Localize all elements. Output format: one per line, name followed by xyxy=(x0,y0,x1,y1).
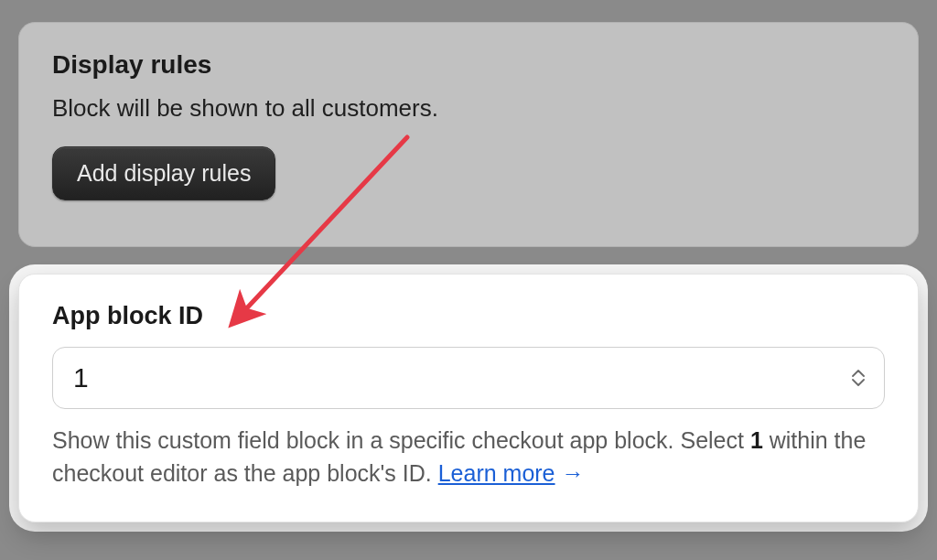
app-block-id-select-wrap: 1 xyxy=(52,347,885,409)
app-block-id-selected-value: 1 xyxy=(73,362,89,393)
app-block-help-text: Show this custom field block in a specif… xyxy=(52,424,885,490)
app-block-id-title: App block ID xyxy=(52,302,885,330)
help-text-bold: 1 xyxy=(750,427,763,453)
add-display-rules-button[interactable]: Add display rules xyxy=(52,146,275,200)
right-arrow-icon: → xyxy=(555,460,585,486)
learn-more-link[interactable]: Learn more xyxy=(438,460,555,486)
display-rules-description: Block will be shown to all customers. xyxy=(52,94,885,123)
app-block-id-select[interactable]: 1 xyxy=(52,347,885,409)
help-text-part1: Show this custom field block in a specif… xyxy=(52,427,750,453)
display-rules-title: Display rules xyxy=(52,50,885,80)
app-block-id-card: App block ID 1 Show this custom field bl… xyxy=(18,274,919,522)
display-rules-card: Display rules Block will be shown to all… xyxy=(18,22,919,247)
